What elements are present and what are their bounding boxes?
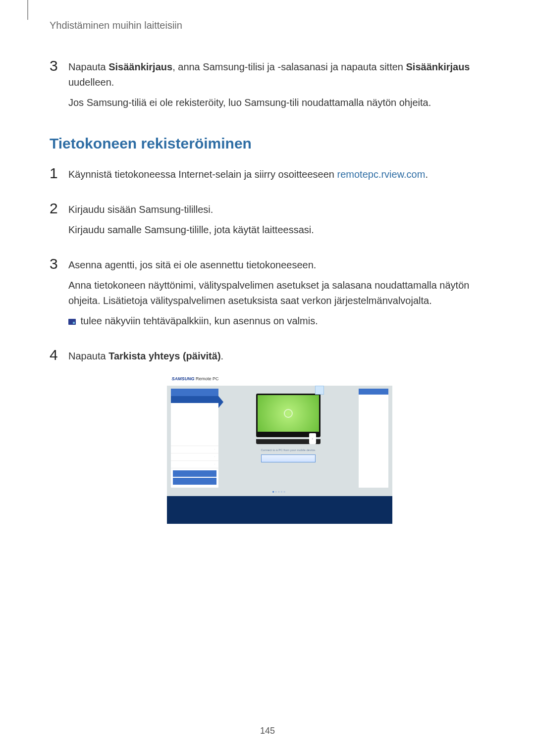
text: Jos Samsung-tiliä ei ole rekisteröity, l… — [68, 95, 490, 110]
embedded-screenshot: SAMSUNG Remote PC — [167, 373, 392, 524]
shot-footer — [167, 496, 392, 524]
step-4: 4 Napauta Tarkista yhteys (päivitä). SAM… — [50, 348, 490, 524]
highlight-square — [315, 386, 324, 395]
bold-text: Sisäänkirjaus — [406, 61, 470, 72]
shot-nav-item — [233, 377, 234, 381]
page-content: Yhdistäminen muihin laitteisiin 3 Napaut… — [0, 0, 535, 524]
brand-logo: SAMSUNG Remote PC — [172, 376, 219, 383]
shot-nav-item — [241, 377, 242, 381]
step-number: 2 — [50, 201, 68, 243]
brand-subtext: Remote PC — [196, 376, 219, 381]
shot-right-panel — [359, 389, 388, 488]
text: Kirjaudu samalle Samsung-tilille, jota k… — [68, 222, 314, 238]
step-number: 3 — [50, 256, 68, 334]
panel-header — [359, 389, 388, 395]
step-3: 3 Asenna agentti, jos sitä ei ole asenne… — [50, 256, 490, 334]
bold-text: Tarkista yhteys (päivitä) — [108, 351, 220, 361]
text: Anna tietokoneen näyttönimi, välityspalv… — [68, 278, 490, 308]
shot-nav-item — [386, 377, 387, 381]
carousel-dots: ■■■■■ — [167, 488, 392, 496]
step-body: Napauta Tarkista yhteys (päivitä). SAMSU… — [68, 348, 490, 524]
step-2: 2 Kirjaudu sisään Samsung-tilillesi. Kir… — [50, 201, 490, 243]
section-heading: Tietokoneen rekisteröiminen — [50, 135, 490, 152]
shot-left-panel: · · · — [171, 389, 218, 488]
remotepc-link[interactable]: remotepc.rview.com — [337, 169, 426, 180]
step-body: Käynnistä tietokoneessa Internet-selain … — [68, 166, 428, 187]
text: Napauta — [68, 61, 108, 72]
center-caption: Connect to a PC from your mobile device. — [222, 448, 355, 453]
shot-topbar: SAMSUNG Remote PC — [167, 373, 392, 386]
step-1: 1 Käynnistä tietokoneessa Internet-selai… — [50, 166, 490, 187]
panel-buttons — [171, 468, 218, 488]
carousel-next-icon: › — [309, 433, 316, 444]
intro-step-3: 3 Napauta Sisäänkirjaus, anna Samsung-ti… — [50, 58, 490, 115]
brand-text: SAMSUNG — [172, 376, 195, 381]
text: . — [221, 351, 224, 361]
text: Käynnistä tietokoneessa Internet-selain … — [68, 169, 337, 180]
shot-nav-item — [226, 377, 227, 381]
running-header: Yhdistäminen muihin laitteisiin — [50, 20, 490, 31]
bold-text: Sisäänkirjaus — [108, 61, 172, 72]
panel-header — [171, 389, 218, 396]
shot-main: · · · — [167, 386, 392, 488]
tray-icon — [68, 319, 76, 325]
text: , anna Samsung-tilisi ja -salasanasi ja … — [172, 61, 406, 72]
step-number: 1 — [50, 166, 68, 187]
center-button — [261, 454, 316, 462]
step-number: 4 — [50, 348, 68, 524]
step-body: Asenna agentti, jos sitä ei ole asennett… — [68, 256, 490, 334]
arrow-banner — [171, 396, 218, 403]
step-body: Napauta Sisäänkirjaus, anna Samsung-tili… — [68, 58, 490, 115]
step-number: 3 — [50, 58, 68, 115]
text: Kirjaudu sisään Samsung-tilillesi. — [68, 202, 314, 217]
panel-rows: · · · — [171, 446, 218, 468]
text: Napauta — [68, 351, 108, 361]
text: uudelleen. — [68, 77, 114, 88]
text: Asenna agentti, jos sitä ei ole asennett… — [68, 257, 490, 273]
text: . — [425, 169, 428, 180]
text: tulee näkyviin tehtäväpalkkiin, kun asen… — [78, 315, 318, 326]
panel-body — [171, 403, 218, 446]
panel-body — [359, 395, 388, 416]
step-body: Kirjaudu sisään Samsung-tilillesi. Kirja… — [68, 201, 314, 243]
laptop-illustration — [256, 394, 321, 437]
page-number: 145 — [0, 726, 535, 736]
shot-center: Connect to a PC from your mobile device.… — [222, 389, 355, 488]
